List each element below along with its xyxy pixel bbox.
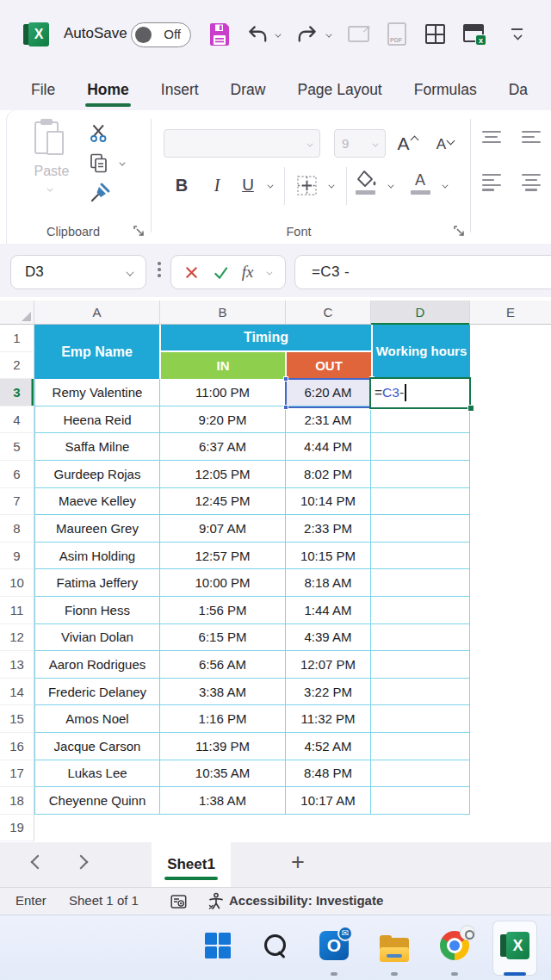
search-button[interactable] <box>259 929 292 962</box>
row-header-5[interactable]: 5 <box>0 433 34 461</box>
cell-A5[interactable]: Saffa Milne <box>34 433 160 461</box>
column-header-b[interactable]: B <box>160 301 286 325</box>
row-header-9[interactable]: 9 <box>0 543 34 570</box>
cell-E16[interactable] <box>470 733 551 760</box>
cell-D5[interactable] <box>371 433 470 461</box>
cell-D8[interactable] <box>371 515 470 543</box>
save-button[interactable] <box>207 21 232 48</box>
cell-C14[interactable]: 3:22 PM <box>286 679 371 706</box>
chrome-app[interactable] <box>438 929 471 962</box>
cell-A13[interactable]: Aaron Rodrigues <box>34 651 160 679</box>
next-sheet-chevron-icon[interactable] <box>74 855 89 870</box>
cell-in[interactable]: IN <box>161 352 286 380</box>
row-header-18[interactable]: 18 <box>0 787 34 815</box>
cell-C5[interactable]: 4:44 PM <box>286 433 371 461</box>
undo-dropdown-chevron-icon[interactable] <box>276 32 282 38</box>
fx-chevron-icon[interactable] <box>266 270 272 276</box>
cell-C16[interactable]: 4:52 AM <box>286 733 371 760</box>
row-header-10[interactable]: 10 <box>0 569 34 597</box>
column-header-c[interactable]: C <box>286 301 371 325</box>
format-painter-button[interactable] <box>88 181 112 205</box>
switch-windows-button[interactable] <box>425 24 445 44</box>
tab-page-layout[interactable]: Page Layout <box>297 81 381 99</box>
cell-E15[interactable] <box>470 705 551 733</box>
cell-C4[interactable]: 2:31 AM <box>286 406 371 434</box>
increase-font-button[interactable]: A <box>392 129 423 158</box>
cell-C6[interactable]: 8:02 PM <box>286 461 371 488</box>
previous-sheet-chevron-icon[interactable] <box>31 855 46 870</box>
excel-app[interactable]: X <box>498 929 531 962</box>
cell-emp-name[interactable]: Emp Name <box>34 325 160 379</box>
cell-C7[interactable]: 10:14 PM <box>286 488 371 516</box>
cell-D14[interactable] <box>371 679 470 706</box>
cell-E8[interactable] <box>470 515 551 543</box>
align-middle-icon[interactable] <box>522 131 542 146</box>
cell-B4[interactable]: 9:20 PM <box>160 406 286 434</box>
cell-D11[interactable] <box>371 597 470 624</box>
cell-B13[interactable]: 6:56 AM <box>160 651 286 679</box>
cell-C15[interactable]: 11:32 PM <box>286 705 371 733</box>
row-header-19[interactable]: 19 <box>0 815 34 842</box>
paste-dropdown-chevron-icon[interactable] <box>47 186 53 192</box>
cell-E11[interactable] <box>470 597 551 624</box>
cell-D7[interactable] <box>371 488 470 516</box>
borders-dropdown-chevron-icon[interactable] <box>329 183 335 189</box>
editing-cell-d3[interactable]: =C3- <box>369 377 471 409</box>
cell-E17[interactable] <box>470 760 551 788</box>
row-header-2[interactable]: 2 <box>0 352 34 380</box>
row-header-6[interactable]: 6 <box>0 461 34 488</box>
ribbon-display-button[interactable] <box>511 28 523 39</box>
font-color-chevron-icon[interactable] <box>443 183 449 189</box>
cell-D9[interactable] <box>371 543 470 570</box>
cell-A14[interactable]: Frederic Delaney <box>34 679 160 706</box>
cell-B10[interactable]: 10:00 PM <box>160 569 286 597</box>
cell-B5[interactable]: 6:37 AM <box>160 433 286 461</box>
display-settings-icon[interactable] <box>170 894 187 909</box>
formula-input[interactable]: =C3 - <box>294 255 551 289</box>
pdf-button[interactable]: PDF <box>387 22 406 46</box>
cell-C12[interactable]: 4:39 AM <box>286 624 371 652</box>
font-color-button[interactable]: A <box>409 169 431 191</box>
decrease-font-button[interactable]: A <box>430 131 460 158</box>
cell-D15[interactable] <box>371 705 470 733</box>
row-header-4[interactable]: 4 <box>0 406 34 434</box>
cell-B16[interactable]: 11:39 PM <box>160 733 286 760</box>
cell-D18[interactable] <box>371 787 470 815</box>
cell-E3[interactable] <box>470 379 551 406</box>
cell-A18[interactable]: Cheyenne Quinn <box>34 787 160 815</box>
cell-D10[interactable] <box>371 569 470 597</box>
tab-data[interactable]: Da <box>509 81 528 99</box>
tab-file[interactable]: File <box>31 81 55 99</box>
cell-B17[interactable]: 10:35 AM <box>160 760 286 788</box>
fill-color-chevron-icon[interactable] <box>388 183 394 189</box>
cell-B7[interactable]: 12:45 PM <box>160 488 286 516</box>
clipboard-dialog-launcher[interactable] <box>133 226 145 237</box>
cell-B14[interactable]: 3:38 AM <box>160 679 286 706</box>
tab-formulas[interactable]: Formulas <box>414 81 477 99</box>
add-sheet-button[interactable]: + <box>291 849 305 876</box>
cell-E12[interactable] <box>470 624 551 652</box>
cell-E4[interactable] <box>470 406 551 434</box>
row-header-8[interactable]: 8 <box>0 515 34 543</box>
font-name-combo[interactable] <box>164 129 320 158</box>
cell-E5[interactable] <box>470 433 551 461</box>
cell-C10[interactable]: 8:18 AM <box>286 569 371 597</box>
cell-A17[interactable]: Lukas Lee <box>34 760 160 788</box>
cell-A15[interactable]: Amos Noel <box>34 705 160 733</box>
file-explorer-app[interactable] <box>378 933 411 966</box>
select-all-corner[interactable] <box>0 301 34 325</box>
cell-A7[interactable]: Maeve Kelley <box>34 488 160 516</box>
undo-button[interactable] <box>245 22 269 47</box>
cell-A9[interactable]: Asim Holding <box>34 543 160 570</box>
accessibility-status[interactable]: Accessibility: Investigate <box>229 893 383 908</box>
copy-button[interactable] <box>88 152 110 176</box>
align-left-icon[interactable] <box>482 174 503 194</box>
cell-A3[interactable]: Remy Valentine <box>34 379 160 406</box>
cell-B12[interactable]: 6:15 PM <box>160 624 286 652</box>
cell-C18[interactable]: 10:17 AM <box>286 787 371 815</box>
cell-A8[interactable]: Maureen Grey <box>34 515 160 543</box>
cell-C13[interactable]: 12:07 PM <box>286 651 371 679</box>
cell-A10[interactable]: Fatima Jeffery <box>34 569 160 597</box>
row-header-15[interactable]: 15 <box>0 705 34 733</box>
row-header-1[interactable]: 1 <box>0 325 34 352</box>
